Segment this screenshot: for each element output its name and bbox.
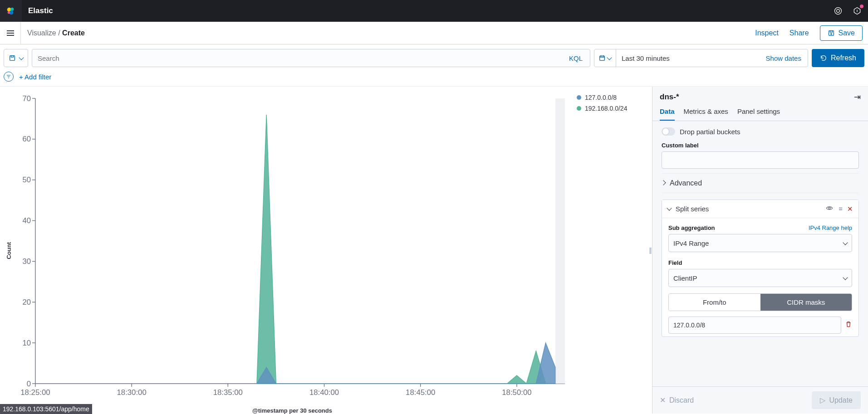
refresh-icon — [820, 54, 827, 62]
close-icon: ✕ — [660, 396, 666, 404]
app-bar: Visualize / Create Inspect Share Save — [0, 22, 868, 44]
svg-rect-9 — [10, 56, 15, 61]
time-picker: Last 30 minutes Show dates — [594, 49, 808, 67]
sub-agg-help-link[interactable]: IPv4 Range help — [809, 224, 852, 231]
drop-partial-switch[interactable] — [662, 127, 675, 136]
search-group: KQL — [32, 49, 590, 67]
eye-icon[interactable] — [826, 205, 833, 213]
add-filter-link[interactable]: + Add filter — [19, 73, 51, 81]
svg-text:30: 30 — [22, 257, 31, 266]
saved-query-menu[interactable] — [4, 49, 28, 67]
range-mode-toggle: From/to CIDR masks — [668, 293, 852, 311]
elastic-logo-icon — [6, 6, 16, 16]
svg-point-8 — [830, 33, 832, 34]
field-select[interactable]: ClientIP — [668, 269, 852, 287]
update-label: Update — [829, 396, 853, 404]
cidr-input[interactable] — [668, 317, 841, 334]
filter-icon — [6, 74, 11, 79]
discard-button[interactable]: ✕ Discard — [660, 396, 694, 404]
refresh-button[interactable]: Refresh — [812, 49, 864, 67]
partial-bucket-shade — [555, 98, 565, 384]
range-mode-fromto[interactable]: From/to — [669, 294, 760, 311]
svg-text:18:50:00: 18:50:00 — [502, 388, 531, 397]
chevron-down-icon — [607, 55, 612, 60]
field-label: Field — [668, 259, 852, 266]
svg-text:70: 70 — [22, 94, 31, 103]
svg-point-1 — [10, 8, 14, 11]
chart-container: 010203040506070 18:25:0018:30:0018:35:00… — [13, 92, 571, 409]
split-series-body: Sub aggregation IPv4 Range help IPv4 Ran… — [662, 218, 858, 336]
svg-text:50: 50 — [22, 175, 31, 184]
svg-text:60: 60 — [22, 135, 31, 143]
show-dates-link[interactable]: Show dates — [760, 49, 808, 67]
panel-header: dns-* ⇥ — [652, 87, 868, 102]
x-axis-label: @timestamp per 30 seconds — [13, 407, 571, 414]
split-series-header[interactable]: Split series = ✕ — [662, 200, 858, 218]
index-pattern-title: dns-* — [660, 93, 679, 102]
svg-text:18:35:00: 18:35:00 — [213, 388, 243, 397]
svg-point-3 — [8, 11, 10, 14]
tab-metrics-axes[interactable]: Metrics & axes — [684, 107, 728, 121]
filter-options-icon[interactable] — [4, 72, 14, 82]
header-right — [833, 5, 863, 16]
split-series-card: Split series = ✕ Sub aggregation IPv4 Ra… — [662, 200, 859, 337]
app-bar-left: Visualize / Create — [0, 22, 85, 44]
svg-point-42 — [829, 207, 830, 209]
advanced-toggle[interactable]: Advanced — [662, 173, 859, 193]
custom-label-label: Custom label — [662, 142, 859, 149]
drop-partial-row: Drop partial buckets — [662, 127, 859, 136]
svg-rect-10 — [11, 56, 13, 57]
remove-icon[interactable]: ✕ — [847, 205, 853, 213]
refresh-label: Refresh — [831, 54, 856, 62]
query-bar: KQL Last 30 minutes Show dates Refresh — [0, 44, 868, 70]
legend-swatch — [577, 95, 581, 100]
elastic-logo[interactable] — [0, 0, 22, 22]
time-range-text[interactable]: Last 30 minutes — [616, 49, 760, 67]
svg-text:20: 20 — [22, 298, 31, 307]
legend-item[interactable]: 192.168.0.0/24 — [577, 105, 644, 112]
split-series-title: Split series — [676, 205, 709, 213]
play-icon: ▷ — [820, 396, 825, 404]
chevron-down-icon — [843, 275, 848, 280]
kql-toggle[interactable]: KQL — [562, 49, 590, 67]
main-area: Count 010203040506070 18:25:0018:30:0018… — [0, 87, 868, 414]
save-icon — [828, 29, 835, 37]
inspect-link[interactable]: Inspect — [755, 29, 779, 37]
svg-text:40: 40 — [22, 216, 31, 225]
update-button[interactable]: ▷ Update — [812, 391, 861, 409]
svg-text:10: 10 — [22, 339, 31, 347]
nav-toggle[interactable] — [0, 22, 21, 44]
hamburger-icon — [7, 30, 14, 36]
chart-legend: 127.0.0.0/8 192.168.0.0/24 — [571, 92, 644, 409]
svg-rect-7 — [830, 30, 832, 32]
custom-label-input[interactable] — [662, 151, 859, 169]
save-button[interactable]: Save — [820, 25, 863, 41]
legend-item[interactable]: 127.0.0.0/8 — [577, 94, 644, 101]
share-link[interactable]: Share — [790, 29, 809, 37]
svg-point-5 — [837, 10, 840, 13]
calendar-button[interactable] — [594, 49, 616, 67]
svg-text:18:45:00: 18:45:00 — [406, 388, 435, 397]
trash-icon[interactable] — [845, 321, 852, 330]
svg-text:18:25:00: 18:25:00 — [20, 388, 50, 397]
header-left: Elastic — [0, 0, 53, 22]
collapse-panel-icon[interactable]: ⇥ — [854, 92, 861, 102]
range-mode-cidr[interactable]: CIDR masks — [760, 294, 852, 311]
svg-rect-11 — [600, 56, 605, 60]
search-input[interactable] — [32, 49, 562, 67]
legend-label: 192.168.0.0/24 — [585, 105, 627, 112]
sub-agg-value: IPv4 Range — [673, 239, 709, 247]
resize-handle[interactable]: ‖ — [648, 87, 652, 414]
field-value: ClientIP — [673, 274, 697, 282]
tab-panel-settings[interactable]: Panel settings — [737, 107, 780, 121]
sub-agg-select[interactable]: IPv4 Range — [668, 234, 852, 252]
disk-icon — [9, 54, 16, 62]
breadcrumb-parent[interactable]: Visualize — [27, 29, 56, 37]
help-icon[interactable] — [852, 5, 863, 16]
newsfeed-icon[interactable] — [833, 5, 843, 16]
notification-dot — [860, 5, 863, 8]
drag-icon[interactable]: = — [839, 205, 842, 213]
tab-data[interactable]: Data — [660, 107, 675, 121]
save-label: Save — [839, 29, 855, 37]
svg-point-4 — [835, 8, 842, 15]
